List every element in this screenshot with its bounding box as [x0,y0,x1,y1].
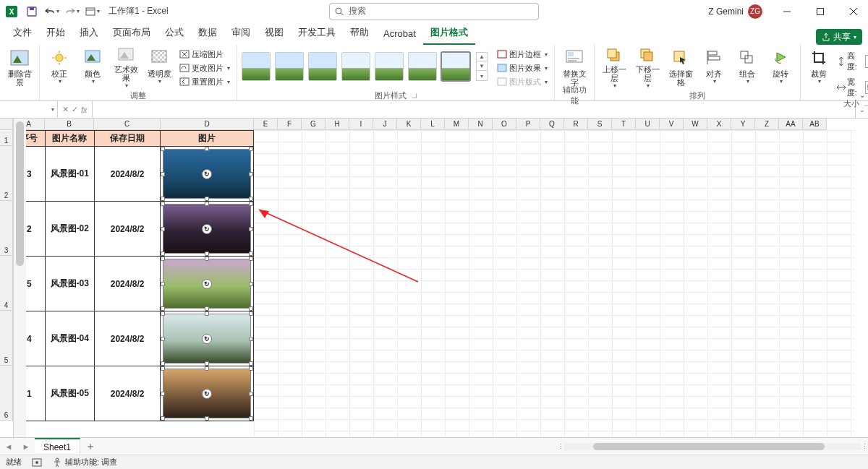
accessibility-status[interactable]: 辅助功能: 调查 [52,457,117,468]
picture-effects-button[interactable]: 图片效果 [495,61,550,74]
vertical-scrollbar[interactable] [13,119,26,437]
tab-审阅[interactable]: 审阅 [224,22,258,45]
cell-name[interactable]: 风景图-03 [45,257,94,311]
col-header-J[interactable]: J [373,119,397,130]
cell-date[interactable]: 2024/8/2 [94,257,161,311]
color-button[interactable]: 颜色 [77,46,108,90]
name-box[interactable]: ▾ [0,101,58,118]
selection-pane-button[interactable]: 选择窗格 [665,46,696,90]
row-header-1[interactable]: 1 [0,130,13,146]
sheet-tab-active[interactable]: Sheet1 [35,438,80,455]
width-input[interactable]: 5.5 厘米 [865,81,868,94]
col-header-Y[interactable]: Y [731,119,755,130]
col-header-B[interactable]: B [45,119,94,130]
select-all-cell[interactable] [0,119,13,130]
qat-more-button[interactable] [84,3,101,20]
col-header-P[interactable]: P [516,119,540,130]
embedded-picture[interactable]: ↻ [163,204,251,254]
send-backward-button[interactable]: 下移一层 [632,46,663,90]
rotate-handle-icon[interactable]: ↻ [202,279,212,289]
alt-text-button[interactable]: 替换文字 [559,46,590,90]
compress-pictures-button[interactable]: 压缩图片 [177,48,232,61]
undo-button[interactable] [43,3,61,20]
col-header-W[interactable]: W [684,119,707,130]
search-box[interactable]: 搜索 [329,3,539,20]
style-preset-6[interactable] [441,52,470,81]
cell-date[interactable]: 2024/8/2 [94,311,161,366]
col-header-V[interactable]: V [660,119,684,130]
picture-styles-gallery[interactable]: ▲▼▾ [242,46,488,84]
style-preset-3[interactable] [341,52,370,81]
close-button[interactable] [839,0,868,23]
column-headers[interactable]: ABCDEFGHIJKLMNOPQRSTUVWXYZAAAB [13,119,868,130]
tab-开发工具[interactable]: 开发工具 [291,22,343,45]
rotate-handle-icon[interactable]: ↻ [202,224,212,234]
rotate-button[interactable]: 旋转 [765,46,796,90]
collapse-ribbon-button[interactable]: ⌄ [859,91,865,99]
embedded-picture[interactable]: ↻ [163,314,251,363]
gallery-scroll[interactable]: ▲▼▾ [476,52,488,81]
embedded-picture[interactable]: ↻ [163,259,251,309]
rotate-handle-icon[interactable]: ↻ [202,169,212,179]
col-header-L[interactable]: L [421,119,445,130]
enter-formula-icon[interactable]: ✓ [72,105,78,114]
style-preset-5[interactable] [408,52,437,81]
col-header-I[interactable]: I [349,119,373,130]
cell-image[interactable]: ↻ [161,311,254,366]
cell-image[interactable]: ↻ [161,147,254,202]
row-header-5[interactable]: 5 [0,311,13,366]
tab-开始[interactable]: 开始 [39,22,72,45]
cell-date[interactable]: 2024/8/2 [94,147,161,202]
artistic-effects-button[interactable]: 艺术效果 [111,46,141,90]
cell-date[interactable]: 2024/8/2 [94,202,161,257]
rotate-handle-icon[interactable]: ↻ [202,334,212,344]
transparency-button[interactable]: 透明度 [144,46,174,90]
table-header[interactable]: 保存日期 [94,131,161,147]
cell-image[interactable]: ↻ [161,202,254,257]
tab-数据[interactable]: 数据 [191,22,224,45]
col-header-R[interactable]: R [564,119,588,130]
tab-Acrobat[interactable]: Acrobat [376,24,423,45]
sheet-nav-prev[interactable]: ◄ [0,438,17,455]
col-header-M[interactable]: M [445,119,469,130]
col-header-Z[interactable]: Z [755,119,779,130]
minimize-button[interactable] [773,0,801,23]
corrections-button[interactable]: 校正 [44,46,75,90]
group-label-size[interactable]: 大小 [805,98,868,108]
redo-button[interactable] [64,3,81,20]
cancel-formula-icon[interactable]: ✕ [62,105,69,114]
rotate-handle-icon[interactable]: ↻ [202,389,212,399]
col-header-S[interactable]: S [588,119,612,130]
col-header-K[interactable]: K [397,119,421,130]
cell-date[interactable]: 2024/8/2 [94,366,161,421]
reset-picture-button[interactable]: 重置图片 [177,75,232,88]
col-header-AB[interactable]: AB [803,119,827,130]
empty-cells[interactable] [254,130,855,437]
cell-image[interactable]: ↻ [161,366,254,421]
col-header-E[interactable]: E [254,119,278,130]
row-header-2[interactable]: 2 [0,146,13,201]
account-button[interactable]: Z Gemini ZG [708,4,762,19]
embedded-picture[interactable]: ↻ [163,149,251,199]
tab-插入[interactable]: 插入 [72,22,106,45]
row-header-6[interactable]: 6 [0,366,13,421]
cell-name[interactable]: 风景图-04 [45,311,94,366]
height-input[interactable] [865,55,868,68]
tab-文件[interactable]: 文件 [6,22,39,45]
style-preset-4[interactable] [375,52,404,81]
tab-帮助[interactable]: 帮助 [343,22,376,45]
align-button[interactable]: 对齐 [699,46,729,90]
fx-icon[interactable]: fx [81,106,88,114]
col-header-U[interactable]: U [636,119,660,130]
style-preset-1[interactable] [275,52,304,81]
table-header[interactable]: 图片 [161,131,254,147]
col-header-X[interactable]: X [707,119,731,130]
tab-页面布局[interactable]: 页面布局 [106,22,158,45]
style-preset-0[interactable] [242,52,271,81]
add-sheet-button[interactable]: ＋ [80,440,101,453]
col-header-T[interactable]: T [612,119,636,130]
group-objects-button[interactable]: 组合 [732,46,762,90]
picture-border-button[interactable]: 图片边框 [495,48,550,61]
col-header-C[interactable]: C [94,119,161,130]
table-header[interactable]: 图片名称 [45,131,94,147]
